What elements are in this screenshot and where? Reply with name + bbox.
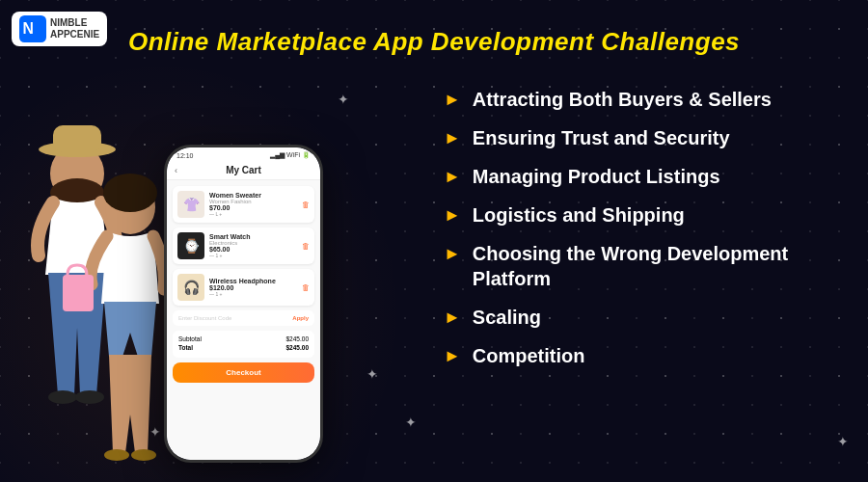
item-name-3: Wireless Headphone: [209, 278, 297, 284]
item-size-1: — L +: [209, 211, 297, 217]
svg-point-7: [75, 390, 104, 404]
apply-button[interactable]: Apply: [292, 315, 309, 321]
challenge-text-2: Ensuring Trust and Security: [473, 125, 730, 150]
challenge-item-2: ► Ensuring Trust and Security: [444, 125, 839, 150]
phone-time: 12:10: [176, 152, 194, 159]
item-image-1: 👚: [177, 191, 204, 218]
arrow-icon-1: ►: [444, 89, 461, 111]
challenge-item-3: ► Managing Product Listings: [444, 164, 839, 189]
item-info-2: Smart Watch Electronics $65.00 — 1 +: [209, 233, 297, 258]
arrow-icon-7: ►: [444, 345, 461, 367]
challenge-text-1: Attracting Both Buyers & Sellers: [473, 87, 772, 112]
cart-item-2: ⌚ Smart Watch Electronics $65.00 — 1 + 🗑: [173, 228, 314, 264]
challenge-item-1: ► Attracting Both Buyers & Sellers: [444, 87, 839, 112]
subtotal-label: Subtotal: [178, 335, 202, 342]
arrow-icon-3: ►: [444, 166, 461, 188]
item-name-2: Smart Watch: [209, 233, 297, 240]
svg-point-12: [104, 449, 129, 461]
svg-rect-4: [53, 125, 101, 152]
cart-content: 👚 Women Sweater Women Fashion $70.00 — L…: [167, 180, 320, 460]
arrow-icon-4: ►: [444, 204, 461, 227]
challenge-text-5: Choosing the Wrong Development Platform: [473, 241, 839, 291]
challenge-item-5: ► Choosing the Wrong Development Platfor…: [444, 241, 839, 291]
phone-screen: 12:10 ▂▄▆ WiFi 🔋 ‹ My Cart 👚 Women Sweat…: [167, 147, 320, 460]
item-price-3: $120.00: [209, 284, 297, 291]
svg-rect-10: [63, 275, 94, 311]
challenge-item-4: ► Logistics and Shipping: [444, 202, 839, 228]
total-value: $245.00: [286, 344, 310, 351]
arrow-icon-5: ►: [444, 243, 461, 265]
item-price-1: $70.00: [209, 204, 297, 211]
signal-icons: ▂▄▆ WiFi 🔋: [270, 151, 311, 159]
back-button[interactable]: ‹: [175, 166, 177, 175]
challenge-item-6: ► Scaling: [444, 305, 839, 330]
left-section: 12:10 ▂▄▆ WiFi 🔋 ‹ My Cart 👚 Women Sweat…: [0, 67, 405, 472]
svg-point-9: [103, 174, 157, 212]
cart-title: My Cart: [226, 165, 261, 175]
subtotal-row: Subtotal $245.00: [178, 335, 309, 342]
item-price-2: $65.00: [209, 246, 297, 253]
total-row: Total $245.00: [178, 344, 309, 351]
item-size-3: — 1 +: [209, 291, 297, 297]
svg-point-6: [48, 390, 77, 404]
arrow-icon-6: ►: [444, 307, 461, 329]
page-title: Online Marketplace App Development Chall…: [0, 27, 868, 57]
cart-item-3: 🎧 Wireless Headphone $120.00 — 1 + 🗑: [173, 269, 314, 306]
item-image-3: 🎧: [177, 274, 204, 301]
discount-section: Enter Discount Code Apply: [173, 310, 314, 326]
checkout-button[interactable]: Checkout: [173, 362, 314, 383]
challenge-item-7: ► Competition: [444, 343, 839, 368]
challenge-text-4: Logistics and Shipping: [473, 202, 685, 228]
item-info-3: Wireless Headphone $120.00 — 1 +: [209, 278, 297, 297]
phone-mockup: 12:10 ▂▄▆ WiFi 🔋 ‹ My Cart 👚 Women Sweat…: [164, 145, 323, 463]
cart-item-1: 👚 Women Sweater Women Fashion $70.00 — L…: [173, 186, 314, 223]
sparkle-4: ✦: [405, 415, 417, 430]
delete-item-3[interactable]: 🗑: [302, 283, 310, 292]
svg-point-13: [131, 449, 156, 461]
item-name-1: Women Sweater: [209, 192, 297, 199]
challenge-text-7: Competition: [473, 343, 585, 368]
subtotal-value: $245.00: [286, 335, 310, 342]
arrow-icon-2: ►: [444, 127, 461, 149]
discount-input[interactable]: Enter Discount Code: [178, 315, 231, 321]
phone-header: ‹ My Cart: [167, 161, 320, 180]
status-bar: 12:10 ▂▄▆ WiFi 🔋: [167, 147, 320, 161]
sparkle-5: ✦: [837, 434, 849, 449]
item-info-1: Women Sweater Women Fashion $70.00 — L +: [209, 192, 297, 217]
delete-item-1[interactable]: 🗑: [302, 201, 310, 209]
cart-totals: Subtotal $245.00 Total $245.00: [173, 331, 314, 358]
delete-item-2[interactable]: 🗑: [302, 242, 310, 251]
total-label: Total: [178, 344, 193, 351]
item-size-2: — 1 +: [209, 253, 297, 258]
item-image-2: ⌚: [177, 232, 204, 259]
challenges-list: ► Attracting Both Buyers & Sellers ► Ens…: [424, 77, 868, 391]
challenge-text-3: Managing Product Listings: [473, 164, 720, 189]
challenge-text-6: Scaling: [473, 305, 541, 330]
